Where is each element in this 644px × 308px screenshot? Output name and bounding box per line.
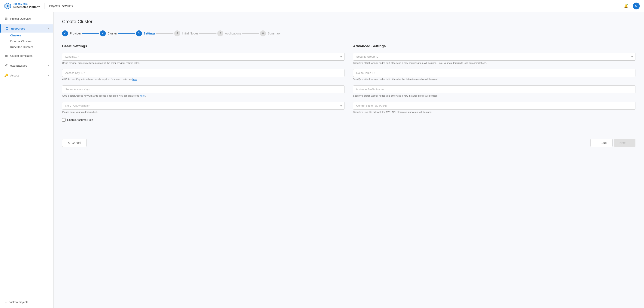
preset-input[interactable] bbox=[62, 53, 344, 61]
step-applications[interactable]: 5 Applications bbox=[217, 31, 241, 37]
sidebar: ⊞ Project Overview ⬡ Resources ▾ Cluster… bbox=[0, 12, 54, 308]
vpc-input[interactable] bbox=[62, 102, 344, 110]
preset-hint: Using provider presets will disable most… bbox=[62, 62, 344, 65]
sidebar-item-cluster-templates[interactable]: ▦ Cluster Templates bbox=[0, 52, 53, 60]
advanced-settings-column: Advanced Settings ▾ Specify to attach wo… bbox=[353, 44, 636, 126]
etcd-expand-icon: ▾ bbox=[48, 64, 49, 67]
sidebar-group-overview: ⊞ Project Overview bbox=[0, 15, 53, 23]
access-key-id-input[interactable] bbox=[62, 69, 344, 77]
secret-access-key-hint-link[interactable]: here bbox=[140, 95, 144, 97]
access-icon: 🔑 bbox=[4, 74, 8, 77]
clusters-label: Clusters bbox=[10, 34, 22, 37]
cancel-button[interactable]: ✕ Cancel bbox=[62, 139, 86, 147]
step-circle-applications: 5 bbox=[217, 31, 223, 37]
templates-icon: ▦ bbox=[4, 54, 8, 58]
logo: KUBERMATIC Kubernetes Platform bbox=[4, 3, 40, 10]
form-actions: ✕ Cancel ← Back Next → bbox=[62, 135, 636, 147]
sidebar-group-templates: ▦ Cluster Templates bbox=[0, 52, 53, 60]
sidebar-group-etcd: ↺ etcd Backups ▾ bbox=[0, 62, 53, 70]
sidebar-item-label: Project Overview bbox=[10, 17, 31, 20]
control-plane-role-group: Specify to use it to talk with the AWS A… bbox=[353, 102, 636, 114]
back-arrow-btn-icon: ← bbox=[596, 141, 599, 145]
assume-role-checkbox[interactable] bbox=[62, 118, 66, 122]
topbar-divider bbox=[44, 3, 45, 9]
user-avatar[interactable]: U bbox=[633, 3, 640, 10]
cancel-label: Cancel bbox=[72, 141, 81, 145]
security-group-wrapper: ▾ bbox=[353, 53, 636, 61]
step-initial-nodes[interactable]: 4 Initial Nodes bbox=[174, 31, 198, 37]
sidebar-group-resources: ⬡ Resources ▾ Clusters External Clusters… bbox=[0, 25, 53, 50]
logo-icon bbox=[4, 3, 11, 10]
sidebar-item-label: Access bbox=[10, 74, 19, 77]
assume-role-text: Enable Assume Role bbox=[67, 118, 93, 121]
back-label: Back bbox=[600, 141, 607, 145]
step-cluster[interactable]: ✓ Cluster bbox=[100, 31, 117, 37]
route-table-group: Specify to attach worker nodes to it, ot… bbox=[353, 69, 636, 81]
topbar: KUBERMATIC Kubernetes Platform Projects … bbox=[0, 0, 644, 12]
stepper: ✓ Provider ✓ Cluster 3 Settings 4 Initia… bbox=[62, 31, 636, 37]
control-plane-role-hint: Specify to use it to talk with the AWS A… bbox=[353, 111, 636, 114]
projects-link[interactable]: Projects bbox=[49, 4, 60, 8]
sidebar-item-kubeone-clusters[interactable]: KubeOne Clusters bbox=[0, 44, 53, 50]
access-key-id-hint: AWS Access Key with write access is requ… bbox=[62, 78, 344, 81]
sidebar-item-external-clusters[interactable]: External Clusters bbox=[0, 38, 53, 44]
back-button[interactable]: ← Back bbox=[590, 139, 612, 147]
sidebar-item-clusters[interactable]: Clusters bbox=[0, 33, 53, 38]
access-key-id-hint-link[interactable]: here bbox=[132, 78, 137, 81]
topbar-nav: Projects default ▾ bbox=[49, 4, 73, 8]
step-circle-initial-nodes: 4 bbox=[174, 31, 180, 37]
sidebar-group-access: 🔑 Access ▾ bbox=[0, 71, 53, 80]
resources-icon: ⬡ bbox=[5, 27, 9, 31]
preset-group: ▾ Using provider presets will disable mo… bbox=[62, 53, 344, 65]
nav-buttons: ← Back Next → bbox=[590, 139, 636, 147]
route-table-hint: Specify to attach worker nodes to it, ot… bbox=[353, 78, 636, 81]
step-circle-settings: 3 bbox=[136, 31, 142, 37]
next-label: Next bbox=[620, 141, 626, 145]
sidebar-item-label: Resources bbox=[11, 27, 25, 30]
page-title: Create Cluster bbox=[62, 19, 636, 25]
control-plane-role-input[interactable] bbox=[353, 102, 636, 110]
product-name: Kubernetes Platform bbox=[13, 5, 40, 9]
external-clusters-label: External Clusters bbox=[10, 40, 32, 43]
secret-access-key-hint: AWS Secret Access Key with write access … bbox=[62, 94, 344, 98]
route-table-input[interactable] bbox=[353, 69, 636, 77]
sidebar-item-etcd-backups[interactable]: ↺ etcd Backups ▾ bbox=[0, 62, 53, 70]
step-label-cluster: Cluster bbox=[108, 32, 117, 35]
secret-access-key-input[interactable] bbox=[62, 86, 344, 93]
default-dropdown[interactable]: default ▾ bbox=[62, 4, 73, 8]
sidebar-item-label: Cluster Templates bbox=[10, 54, 32, 57]
back-to-projects-label: back to projects bbox=[9, 300, 28, 304]
dropdown-chevron-icon: ▾ bbox=[72, 4, 73, 8]
assume-role-label[interactable]: Enable Assume Role bbox=[62, 118, 344, 122]
step-summary[interactable]: 6 Summary bbox=[260, 31, 280, 37]
notification-dot bbox=[627, 4, 628, 5]
step-provider[interactable]: ✓ Provider bbox=[62, 31, 81, 37]
sidebar-item-resources[interactable]: ⬡ Resources ▾ bbox=[0, 25, 53, 33]
default-label: default bbox=[62, 4, 70, 8]
notification-icon[interactable]: 🔔 bbox=[622, 3, 630, 10]
etcd-icon: ↺ bbox=[4, 64, 8, 68]
instance-profile-input[interactable] bbox=[353, 86, 636, 93]
step-circle-cluster: ✓ bbox=[100, 31, 106, 37]
basic-settings-column: Basic Settings ▾ Using provider presets … bbox=[62, 44, 344, 126]
step-label-settings: Settings bbox=[144, 32, 156, 35]
vpc-hint: Please enter your credentials first. bbox=[62, 111, 344, 114]
step-circle-provider: ✓ bbox=[62, 31, 68, 37]
kubeone-clusters-label: KubeOne Clusters bbox=[10, 45, 33, 49]
advanced-settings-title: Advanced Settings bbox=[353, 44, 636, 48]
preset-wrapper: ▾ bbox=[62, 53, 344, 61]
step-settings[interactable]: 3 Settings bbox=[136, 31, 156, 37]
basic-settings-title: Basic Settings bbox=[62, 44, 344, 48]
topbar-icons: 🔔 U bbox=[622, 3, 640, 10]
back-to-projects[interactable]: ← back to projects bbox=[0, 298, 53, 306]
vpc-wrapper: ▾ bbox=[62, 102, 344, 110]
instance-profile-group: Specify to attach worker nodes to it, ot… bbox=[353, 86, 636, 98]
sidebar-item-project-overview[interactable]: ⊞ Project Overview bbox=[0, 15, 53, 23]
vpc-group: ▾ Please enter your credentials first. bbox=[62, 102, 344, 114]
access-key-id-group: AWS Access Key with write access is requ… bbox=[62, 69, 344, 81]
sidebar-item-access[interactable]: 🔑 Access ▾ bbox=[0, 71, 53, 80]
next-button[interactable]: Next → bbox=[614, 139, 636, 147]
security-group-input[interactable] bbox=[353, 53, 636, 61]
step-label-initial-nodes: Initial Nodes bbox=[182, 32, 198, 35]
next-arrow-icon: → bbox=[627, 141, 630, 145]
